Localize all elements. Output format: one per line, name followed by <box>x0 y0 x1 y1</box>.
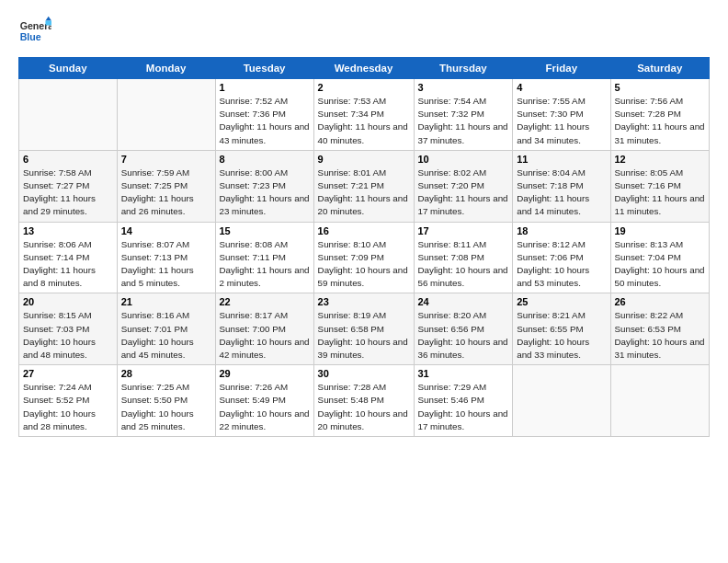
svg-text:Blue: Blue <box>20 31 41 42</box>
day-number: 13 <box>23 225 113 236</box>
calendar-table: SundayMondayTuesdayWednesdayThursdayFrid… <box>18 57 710 437</box>
calendar-cell: 29Sunrise: 7:26 AM Sunset: 5:49 PM Dayli… <box>215 365 313 437</box>
calendar-cell: 23Sunrise: 8:19 AM Sunset: 6:58 PM Dayli… <box>313 293 414 365</box>
day-number: 4 <box>517 82 606 93</box>
day-info: Sunrise: 8:06 AM Sunset: 7:14 PM Dayligh… <box>23 238 113 291</box>
weekday-header-thursday: Thursday <box>414 58 513 79</box>
day-info: Sunrise: 8:16 AM Sunset: 7:01 PM Dayligh… <box>121 309 211 362</box>
calendar-cell: 13Sunrise: 8:06 AM Sunset: 7:14 PM Dayli… <box>19 222 118 293</box>
calendar-cell: 9Sunrise: 8:01 AM Sunset: 7:21 PM Daylig… <box>313 150 414 222</box>
day-info: Sunrise: 7:29 AM Sunset: 5:46 PM Dayligh… <box>418 381 509 433</box>
day-info: Sunrise: 8:01 AM Sunset: 7:21 PM Dayligh… <box>318 167 410 219</box>
weekday-header-monday: Monday <box>117 58 215 79</box>
calendar-cell: 3Sunrise: 7:54 AM Sunset: 7:32 PM Daylig… <box>414 79 513 151</box>
calendar-cell: 26Sunrise: 8:22 AM Sunset: 6:53 PM Dayli… <box>610 293 710 365</box>
day-info: Sunrise: 8:21 AM Sunset: 6:55 PM Dayligh… <box>517 309 606 362</box>
calendar-cell <box>513 365 610 437</box>
day-number: 12 <box>615 154 706 165</box>
day-number: 22 <box>220 296 310 307</box>
week-row-4: 20Sunrise: 8:15 AM Sunset: 7:03 PM Dayli… <box>19 293 710 365</box>
day-number: 18 <box>517 225 606 236</box>
day-number: 1 <box>220 82 310 93</box>
day-info: Sunrise: 8:12 AM Sunset: 7:06 PM Dayligh… <box>517 238 606 291</box>
calendar-cell: 24Sunrise: 8:20 AM Sunset: 6:56 PM Dayli… <box>414 293 513 365</box>
day-number: 14 <box>121 225 211 236</box>
day-info: Sunrise: 8:02 AM Sunset: 7:20 PM Dayligh… <box>418 167 509 219</box>
calendar-cell: 20Sunrise: 8:15 AM Sunset: 7:03 PM Dayli… <box>19 293 118 365</box>
calendar-cell: 11Sunrise: 8:04 AM Sunset: 7:18 PM Dayli… <box>513 150 610 222</box>
day-number: 8 <box>220 154 310 165</box>
calendar-cell: 14Sunrise: 8:07 AM Sunset: 7:13 PM Dayli… <box>117 222 215 293</box>
day-number: 31 <box>418 368 509 379</box>
calendar-cell: 16Sunrise: 8:10 AM Sunset: 7:09 PM Dayli… <box>313 222 414 293</box>
svg-marker-3 <box>45 21 51 26</box>
calendar-cell <box>610 365 710 437</box>
logo-icon: General Blue <box>18 15 51 48</box>
day-number: 6 <box>23 154 113 165</box>
day-number: 25 <box>517 296 606 307</box>
calendar-cell: 8Sunrise: 8:00 AM Sunset: 7:23 PM Daylig… <box>215 150 313 222</box>
day-info: Sunrise: 7:25 AM Sunset: 5:50 PM Dayligh… <box>121 381 211 433</box>
day-number: 7 <box>121 154 211 165</box>
calendar-cell <box>19 79 118 151</box>
day-info: Sunrise: 7:58 AM Sunset: 7:27 PM Dayligh… <box>23 167 113 219</box>
day-number: 29 <box>220 368 310 379</box>
header: General Blue <box>18 15 710 48</box>
day-number: 2 <box>318 82 410 93</box>
calendar-cell: 1Sunrise: 7:52 AM Sunset: 7:36 PM Daylig… <box>215 79 313 151</box>
calendar-cell: 5Sunrise: 7:56 AM Sunset: 7:28 PM Daylig… <box>610 79 710 151</box>
page: General Blue SundayMondayTuesdayWednesda… <box>0 0 728 563</box>
day-info: Sunrise: 7:26 AM Sunset: 5:49 PM Dayligh… <box>220 381 310 433</box>
calendar-cell <box>117 79 215 151</box>
day-number: 30 <box>318 368 410 379</box>
day-info: Sunrise: 8:15 AM Sunset: 7:03 PM Dayligh… <box>23 309 113 362</box>
day-info: Sunrise: 8:05 AM Sunset: 7:16 PM Dayligh… <box>615 167 706 219</box>
day-info: Sunrise: 8:20 AM Sunset: 6:56 PM Dayligh… <box>418 309 509 362</box>
day-number: 16 <box>318 225 410 236</box>
calendar-cell: 30Sunrise: 7:28 AM Sunset: 5:48 PM Dayli… <box>313 365 414 437</box>
day-info: Sunrise: 8:19 AM Sunset: 6:58 PM Dayligh… <box>318 309 410 362</box>
weekday-header-wednesday: Wednesday <box>313 58 414 79</box>
week-row-2: 6Sunrise: 7:58 AM Sunset: 7:27 PM Daylig… <box>19 150 710 222</box>
day-number: 19 <box>615 225 706 236</box>
day-number: 27 <box>23 368 113 379</box>
day-number: 26 <box>615 296 706 307</box>
day-info: Sunrise: 7:53 AM Sunset: 7:34 PM Dayligh… <box>318 95 410 147</box>
day-info: Sunrise: 7:55 AM Sunset: 7:30 PM Dayligh… <box>517 95 606 147</box>
calendar-cell: 19Sunrise: 8:13 AM Sunset: 7:04 PM Dayli… <box>610 222 710 293</box>
week-row-5: 27Sunrise: 7:24 AM Sunset: 5:52 PM Dayli… <box>19 365 710 437</box>
week-row-3: 13Sunrise: 8:06 AM Sunset: 7:14 PM Dayli… <box>19 222 710 293</box>
day-number: 20 <box>23 296 113 307</box>
day-info: Sunrise: 7:54 AM Sunset: 7:32 PM Dayligh… <box>418 95 509 147</box>
svg-marker-2 <box>45 17 51 21</box>
day-number: 17 <box>418 225 509 236</box>
calendar-cell: 17Sunrise: 8:11 AM Sunset: 7:08 PM Dayli… <box>414 222 513 293</box>
week-row-1: 1Sunrise: 7:52 AM Sunset: 7:36 PM Daylig… <box>19 79 710 151</box>
day-info: Sunrise: 7:59 AM Sunset: 7:25 PM Dayligh… <box>121 167 211 219</box>
day-number: 9 <box>318 154 410 165</box>
calendar-cell: 31Sunrise: 7:29 AM Sunset: 5:46 PM Dayli… <box>414 365 513 437</box>
calendar-cell: 2Sunrise: 7:53 AM Sunset: 7:34 PM Daylig… <box>313 79 414 151</box>
calendar-cell: 12Sunrise: 8:05 AM Sunset: 7:16 PM Dayli… <box>610 150 710 222</box>
calendar-cell: 6Sunrise: 7:58 AM Sunset: 7:27 PM Daylig… <box>19 150 118 222</box>
day-info: Sunrise: 8:07 AM Sunset: 7:13 PM Dayligh… <box>121 238 211 291</box>
calendar-cell: 4Sunrise: 7:55 AM Sunset: 7:30 PM Daylig… <box>513 79 610 151</box>
weekday-header-tuesday: Tuesday <box>215 58 313 79</box>
day-info: Sunrise: 8:11 AM Sunset: 7:08 PM Dayligh… <box>418 238 509 291</box>
day-info: Sunrise: 7:52 AM Sunset: 7:36 PM Dayligh… <box>220 95 310 147</box>
day-number: 10 <box>418 154 509 165</box>
day-info: Sunrise: 8:10 AM Sunset: 7:09 PM Dayligh… <box>318 238 410 291</box>
day-number: 5 <box>615 82 706 93</box>
weekday-header-saturday: Saturday <box>610 58 710 79</box>
day-info: Sunrise: 8:22 AM Sunset: 6:53 PM Dayligh… <box>615 309 706 362</box>
calendar-cell: 25Sunrise: 8:21 AM Sunset: 6:55 PM Dayli… <box>513 293 610 365</box>
calendar-cell: 10Sunrise: 8:02 AM Sunset: 7:20 PM Dayli… <box>414 150 513 222</box>
logo: General Blue <box>18 15 51 48</box>
day-number: 21 <box>121 296 211 307</box>
day-number: 3 <box>418 82 509 93</box>
day-number: 15 <box>220 225 310 236</box>
weekday-header-friday: Friday <box>513 58 610 79</box>
day-info: Sunrise: 8:13 AM Sunset: 7:04 PM Dayligh… <box>615 238 706 291</box>
calendar-cell: 28Sunrise: 7:25 AM Sunset: 5:50 PM Dayli… <box>117 365 215 437</box>
weekday-header-sunday: Sunday <box>19 58 118 79</box>
